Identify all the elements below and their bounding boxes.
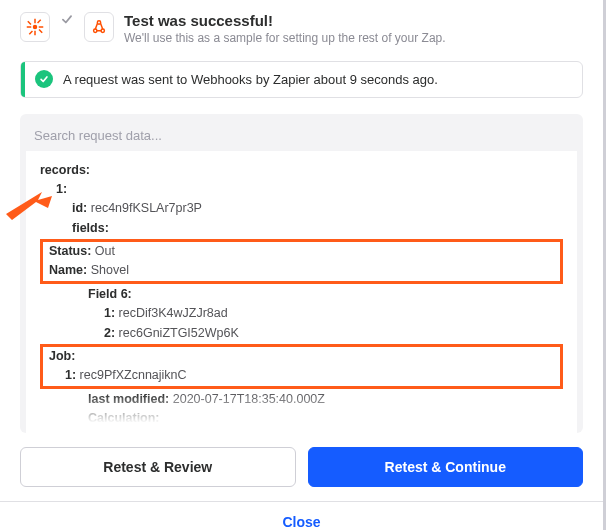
test-subtitle: We'll use this as a sample for setting u… [124,31,446,47]
id-value: rec4n9fKSLAr7pr3P [91,201,202,215]
retest-review-button[interactable]: Retest & Review [20,447,296,487]
zapier-icon [20,12,50,42]
status-banner: A request was sent to Webhooks by Zapier… [20,61,583,98]
svg-point-1 [33,25,38,30]
success-check-icon [35,70,53,88]
svg-rect-5 [39,26,44,28]
highlight-box-status-name: Status: Out Name: Shovel [40,239,563,284]
id-key: id: [72,201,87,215]
webhooks-icon [84,12,114,42]
status-key: Status: [49,244,91,258]
svg-rect-3 [34,31,36,36]
field6-key: Field 6: [88,287,132,301]
calc-err-value: #ERROR! [141,430,197,432]
lastmod-value: 2020-07-17T18:35:40.000Z [173,392,325,406]
banner-text: A request was sent to Webhooks by Zapier… [63,72,438,87]
calc-key: Calculation: [88,411,160,425]
name-key: Name: [49,263,87,277]
svg-rect-9 [29,31,33,35]
records-key: records: [40,163,90,177]
lastmod-key: last modified: [88,392,169,406]
retest-continue-button[interactable]: Retest & Continue [308,447,584,487]
record-index: 1: [56,182,67,196]
fields-key: fields: [72,221,109,235]
field6-1-value: recDif3K4wJZJr8ad [119,306,228,320]
job-1-value: rec9PfXZcnnajiknC [80,368,187,382]
name-value: Shovel [91,263,129,277]
field6-2-value: rec6GniZTGI52Wp6K [119,326,239,340]
modal: Test was successful! We'll use this as a… [0,0,606,530]
svg-point-10 [94,29,97,32]
test-header: Test was successful! We'll use this as a… [20,12,583,47]
job-key: Job: [49,349,75,363]
close-button[interactable]: Close [0,501,603,530]
svg-point-11 [101,29,104,32]
svg-rect-6 [27,21,31,25]
svg-rect-8 [37,19,41,23]
svg-rect-7 [39,29,43,33]
data-panel: records: 1: id: rec4n9fKSLAr7pr3P fields… [20,114,583,433]
field6-2-key: 2: [104,326,115,340]
svg-rect-4 [27,26,32,28]
chevron-icon [60,12,74,26]
status-value: Out [95,244,115,258]
data-tree: records: 1: id: rec4n9fKSLAr7pr3P fields… [26,151,577,433]
search-input[interactable] [26,120,577,151]
job-1-key: 1: [65,368,76,382]
highlight-box-job: Job: 1: rec9PfXZcnnajiknC [40,344,563,389]
action-row: Retest & Review Retest & Continue [20,433,583,501]
field6-1-key: 1: [104,306,115,320]
test-title: Test was successful! [124,12,446,30]
svg-rect-2 [34,19,36,24]
calc-err-key: error: [104,430,137,432]
